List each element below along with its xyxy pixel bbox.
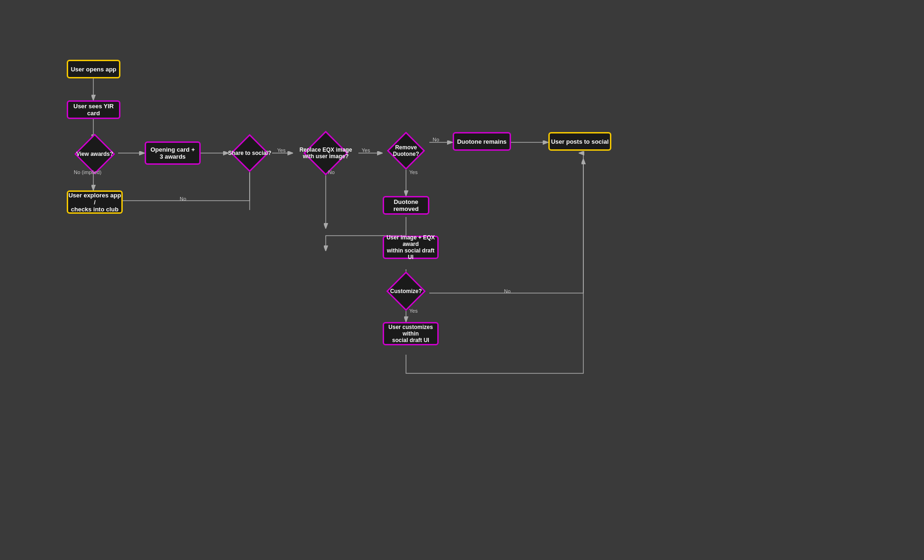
user-image-eqx-label: User image + EQX award within social dra… bbox=[384, 234, 437, 260]
user-opens-app-label: User opens app bbox=[71, 66, 117, 73]
user-explores-node: User explores app / checks into club bbox=[67, 190, 123, 214]
yes-label-duotone: Yes bbox=[409, 169, 418, 175]
yes-label-customize: Yes bbox=[409, 308, 418, 314]
no-label-duotone: No bbox=[433, 137, 439, 142]
view-awards-diamond: View awards? bbox=[69, 138, 120, 170]
opening-card-label: Opening card + 3 awards bbox=[151, 146, 195, 160]
user-customizes-node: User customizes within social draft UI bbox=[383, 322, 439, 345]
customize-diamond: Customize? bbox=[383, 275, 429, 307]
user-posts-node: User posts to social bbox=[548, 132, 611, 151]
duotone-remains-node: Duotone remains bbox=[453, 132, 511, 151]
user-sees-yir-label: User sees YIR card bbox=[68, 103, 119, 117]
no-label-customize: No bbox=[504, 288, 511, 294]
user-image-eqx-node: User image + EQX award within social dra… bbox=[383, 236, 439, 259]
opening-card-node: Opening card + 3 awards bbox=[145, 141, 201, 165]
user-posts-label: User posts to social bbox=[551, 138, 609, 145]
duotone-removed-label: Duotone removed bbox=[384, 198, 428, 212]
no-label-share: No bbox=[180, 196, 186, 202]
duotone-removed-node: Duotone removed bbox=[383, 196, 429, 215]
share-social-diamond: Share to social? bbox=[226, 138, 273, 168]
user-explores-label: User explores app / checks into club bbox=[68, 192, 121, 213]
duotone-remains-label: Duotone remains bbox=[457, 138, 506, 145]
user-sees-yir-node: User sees YIR card bbox=[67, 100, 120, 119]
user-customizes-label: User customizes within social draft UI bbox=[384, 324, 437, 343]
user-opens-app-node: User opens app bbox=[67, 60, 120, 78]
remove-duotone-diamond: Remove Duotone? bbox=[383, 135, 429, 166]
replace-eqx-diamond: Replace EQX image with user image? bbox=[293, 135, 358, 171]
yes-label-replace: Yes bbox=[362, 147, 370, 153]
yes-label-share: Yes bbox=[277, 147, 286, 153]
